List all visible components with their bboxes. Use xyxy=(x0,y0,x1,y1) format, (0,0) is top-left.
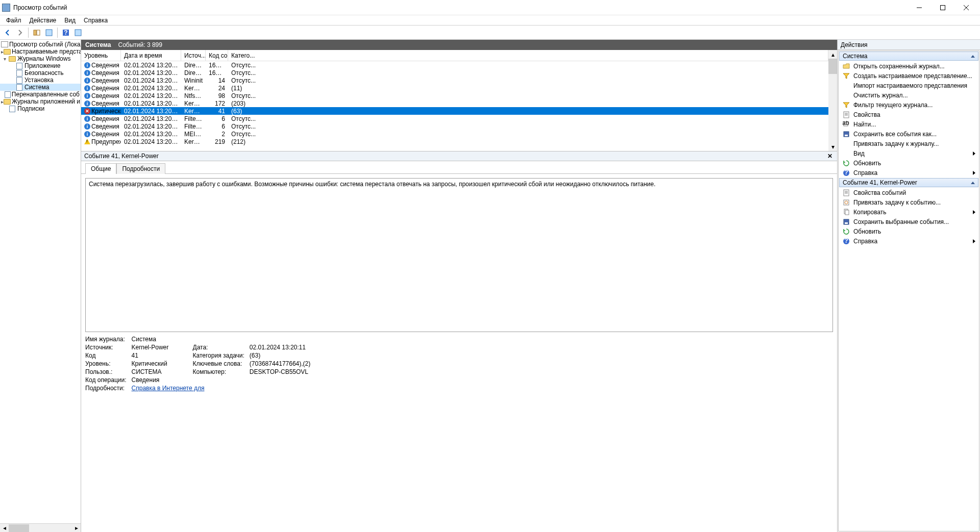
actions-section-event[interactable]: Событие 41, Kernel-Power xyxy=(839,178,978,187)
col-level[interactable]: Уровень xyxy=(81,50,121,61)
tree-root[interactable]: Просмотр событий (Локальный) xyxy=(0,41,81,48)
scroll-right-arrow[interactable]: ▸ xyxy=(72,524,81,532)
event-row[interactable]: ✕Критический02.01.2024 13:20:11Kernel-..… xyxy=(81,107,828,115)
action-item[interactable]: Копировать xyxy=(839,207,978,217)
action-item[interactable]: abНайти... xyxy=(839,119,978,129)
svg-rect-9 xyxy=(75,30,81,36)
tree-horizontal-scrollbar[interactable]: ◂ ▸ xyxy=(0,523,81,532)
navigation-tree[interactable]: Просмотр событий (Локальный) ▸Настраивае… xyxy=(0,40,81,523)
action-item[interactable]: Сохранить выбранные события... xyxy=(839,217,978,226)
action-item[interactable]: Открыть сохраненный журнал... xyxy=(839,61,978,71)
event-row[interactable]: iСведения02.01.2024 13:20:10FilterM...6О… xyxy=(81,115,828,122)
cell-category: (63) xyxy=(228,108,828,115)
tree-label: Подписки xyxy=(17,105,44,112)
action-label: Обновить xyxy=(853,160,975,167)
minimize-button[interactable] xyxy=(908,0,931,15)
task-icon xyxy=(842,198,850,207)
app-icon xyxy=(2,4,10,12)
action-item[interactable]: Обновить xyxy=(839,226,978,236)
action-item[interactable]: Обновить xyxy=(839,158,978,168)
help-icon: ? xyxy=(842,169,850,177)
prop-taskcat: (63) xyxy=(250,351,315,360)
collapse-icon xyxy=(971,55,975,58)
event-row[interactable]: iСведения02.01.2024 13:20:11Kernel-...17… xyxy=(81,99,828,107)
event-row[interactable]: iСведения02.01.2024 13:20:13Wininit14Отс… xyxy=(81,77,828,84)
tree-windows-logs[interactable]: ▾Журналы Windows xyxy=(0,55,81,62)
event-row[interactable]: Предупреж...02.01.2024 13:20:09Kernel-..… xyxy=(81,138,828,145)
column-headers[interactable]: Уровень Дата и время Источ... Код со... … xyxy=(81,50,828,61)
help-button[interactable]: ? xyxy=(60,27,71,38)
action-item[interactable]: Сохранить все события как... xyxy=(839,129,978,139)
back-button[interactable] xyxy=(2,27,13,38)
col-category[interactable]: Катего... xyxy=(228,50,828,61)
show-hide-tree-button[interactable] xyxy=(31,27,42,38)
cell-category: Отсутс... xyxy=(228,62,828,69)
event-row[interactable]: iСведения02.01.2024 13:20:11Ntfs (...98О… xyxy=(81,92,828,99)
detail-close-button[interactable]: ✕ xyxy=(826,152,834,160)
event-row[interactable]: iСведения02.01.2024 13:20:10FilterM...6О… xyxy=(81,122,828,130)
action-item[interactable]: Привязать задачу к событию... xyxy=(839,197,978,207)
action-item[interactable]: Свойства xyxy=(839,110,978,119)
tab-details[interactable]: Подробности xyxy=(116,163,165,174)
action-item[interactable]: Фильтр текущего журнала... xyxy=(839,100,978,110)
tree-item-forwarded[interactable]: Перенаправленные соб xyxy=(0,91,81,98)
menu-file[interactable]: Файл xyxy=(2,16,26,25)
event-row[interactable]: iСведения02.01.2024 13:20:11Kernel-...24… xyxy=(81,84,828,92)
cell-datetime: 02.01.2024 13:20:09 xyxy=(121,131,181,138)
cell-source: MEIx64 xyxy=(181,131,206,138)
detail-header: Событие 41, Kernel-Power ✕ xyxy=(81,151,837,161)
tree-app-services[interactable]: ▸Журналы приложений и сл xyxy=(0,98,81,105)
maximize-button[interactable] xyxy=(931,0,954,15)
tree-item-system[interactable]: Система xyxy=(0,84,81,91)
menu-help[interactable]: Справка xyxy=(80,16,112,25)
menu-view[interactable]: Вид xyxy=(60,16,80,25)
event-row[interactable]: iСведения02.01.2024 13:20:13Directo...16… xyxy=(81,69,828,77)
menu-action[interactable]: Действие xyxy=(26,16,61,25)
action-item[interactable]: Создать настраиваемое представление... xyxy=(839,71,978,81)
scroll-down-arrow[interactable]: ▾ xyxy=(828,142,837,151)
info-icon: i xyxy=(84,69,90,77)
submenu-caret-icon xyxy=(973,210,975,214)
action-item[interactable]: Импорт настраиваемого представления xyxy=(839,81,978,90)
critical-icon: ✕ xyxy=(84,108,90,115)
toolbar-button-6[interactable] xyxy=(72,27,84,38)
tab-general[interactable]: Общие xyxy=(85,163,116,174)
cell-category: Отсутс... xyxy=(228,123,828,130)
action-item[interactable]: ?Справка xyxy=(839,168,978,178)
action-item[interactable]: ?Справка xyxy=(839,236,978,246)
action-item[interactable]: Привязать задачу к журналу... xyxy=(839,139,978,148)
event-row[interactable]: iСведения02.01.2024 13:20:09MEIx642Отсут… xyxy=(81,130,828,138)
tree-custom-views[interactable]: ▸Настраиваемые представле xyxy=(0,48,81,55)
prop-source-label: Источник: xyxy=(85,343,132,351)
action-item[interactable]: Свойства событий xyxy=(839,188,978,197)
online-help-link[interactable]: Справка в Интернете для xyxy=(132,385,205,392)
scroll-thumb[interactable] xyxy=(828,59,837,74)
scroll-left-arrow[interactable]: ◂ xyxy=(0,524,9,532)
tree-item-setup[interactable]: Установка xyxy=(0,77,81,84)
tree-subscriptions[interactable]: Подписки xyxy=(0,105,81,112)
toolbar-button-4[interactable] xyxy=(43,27,55,38)
forward-button[interactable] xyxy=(14,27,26,38)
col-source[interactable]: Источ... xyxy=(181,50,206,61)
save-icon xyxy=(842,130,850,138)
prop-user: СИСТЕМА xyxy=(132,368,193,376)
event-row[interactable]: iСведения02.01.2024 13:20:13Directo...16… xyxy=(81,61,828,69)
col-eventid[interactable]: Код со... xyxy=(206,50,228,61)
prop-level: Критический xyxy=(132,360,193,368)
scroll-up-arrow[interactable]: ▴ xyxy=(828,50,837,59)
cell-eventid: 98 xyxy=(206,92,228,99)
list-vertical-scrollbar[interactable]: ▴ ▾ xyxy=(828,50,837,151)
cell-source: FilterM... xyxy=(181,115,206,122)
tree-item-app[interactable]: Приложение xyxy=(0,62,81,69)
blank-icon xyxy=(842,149,850,158)
close-button[interactable] xyxy=(954,0,978,15)
cell-category: (11) xyxy=(228,85,828,92)
actions-section-system[interactable]: Система xyxy=(839,52,978,61)
scroll-thumb[interactable] xyxy=(9,524,29,532)
event-list[interactable]: Уровень Дата и время Источ... Код со... … xyxy=(81,50,828,151)
col-datetime[interactable]: Дата и время xyxy=(121,50,181,61)
action-label: Очистить журнал... xyxy=(853,92,975,99)
action-item[interactable]: Вид xyxy=(839,148,978,158)
action-item[interactable]: Очистить журнал... xyxy=(839,90,978,100)
tree-item-security[interactable]: Безопасность xyxy=(0,69,81,77)
